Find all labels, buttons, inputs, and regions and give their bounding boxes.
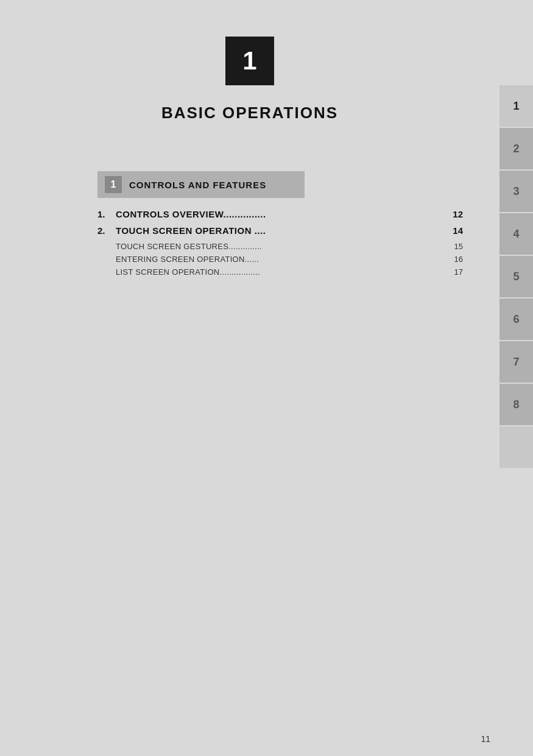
side-tab-7[interactable]: 7: [499, 341, 533, 383]
section-header-title: CONTROLS AND FEATURES: [129, 180, 266, 190]
side-tab-5[interactable]: 5: [499, 256, 533, 297]
main-content: 1 BASIC OPERATIONS 1 CONTROLS AND FEATUR…: [0, 0, 499, 756]
toc-entry-1-number: 1.: [97, 209, 116, 219]
toc-sub-entry-2-title: ENTERING SCREEN OPERATION......: [116, 255, 450, 264]
toc-sub-entry-2-page: 16: [454, 255, 463, 264]
toc-sub-entry-1: TOUCH SCREEN GESTURES.............. 15: [97, 242, 463, 251]
toc-sub-entry-3: LIST SCREEN OPERATION................. 1…: [97, 267, 463, 277]
chapter-number-box: 1: [225, 37, 274, 85]
section-header-number: 1: [105, 176, 122, 193]
toc-entry-2-title: TOUCH SCREEN OPERATION ....: [116, 225, 448, 236]
side-tab-6[interactable]: 6: [499, 299, 533, 340]
toc-sub-entry-2: ENTERING SCREEN OPERATION...... 16: [97, 255, 463, 264]
chapter-title: BASIC OPERATIONS: [37, 104, 463, 122]
side-tab-2[interactable]: 2: [499, 128, 533, 169]
toc-sub-entry-1-title: TOUCH SCREEN GESTURES..............: [116, 242, 450, 251]
page-container: 1 BASIC OPERATIONS 1 CONTROLS AND FEATUR…: [0, 0, 533, 756]
toc-entry-1-page: 12: [453, 209, 463, 219]
toc-container: 1 CONTROLS AND FEATURES 1. CONTROLS OVER…: [97, 171, 463, 277]
side-tab-3[interactable]: 3: [499, 171, 533, 212]
toc-entry-2: 2. TOUCH SCREEN OPERATION .... 14: [97, 225, 463, 236]
toc-entry-1: 1. CONTROLS OVERVIEW............... 12: [97, 209, 463, 219]
side-tab-1[interactable]: 1: [499, 85, 533, 127]
chapter-number: 1: [242, 46, 256, 76]
toc-entry-2-number: 2.: [97, 225, 116, 236]
side-tab-8[interactable]: 8: [499, 384, 533, 425]
side-tab-4[interactable]: 4: [499, 213, 533, 255]
toc-entry-2-page: 14: [453, 225, 463, 236]
toc-sub-entry-3-title: LIST SCREEN OPERATION.................: [116, 267, 450, 277]
section-header: 1 CONTROLS AND FEATURES: [97, 171, 305, 198]
toc-entry-1-title: CONTROLS OVERVIEW...............: [116, 209, 448, 219]
toc-sub-entry-1-page: 15: [454, 242, 463, 251]
page-number: 11: [481, 734, 490, 744]
side-tabs: 1 2 3 4 5 6 7 8: [499, 85, 533, 469]
side-tab-extra[interactable]: [499, 426, 533, 468]
toc-sub-entry-3-page: 17: [454, 267, 463, 277]
